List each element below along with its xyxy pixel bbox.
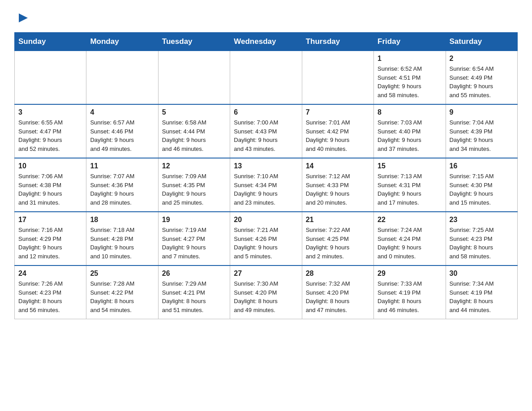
day-info: Sunrise: 7:15 AM Sunset: 4:30 PM Dayligh… (450, 172, 514, 207)
day-info: Sunrise: 7:28 AM Sunset: 4:22 PM Dayligh… (90, 279, 154, 314)
calendar-cell: 22Sunrise: 7:24 AM Sunset: 4:24 PM Dayli… (374, 212, 446, 265)
calendar-cell: 25Sunrise: 7:28 AM Sunset: 4:22 PM Dayli… (86, 265, 158, 319)
calendar-cell: 27Sunrise: 7:30 AM Sunset: 4:20 PM Dayli… (230, 265, 302, 319)
day-number: 1 (378, 55, 442, 63)
logo-triangle-icon (17, 12, 30, 24)
day-info: Sunrise: 7:25 AM Sunset: 4:23 PM Dayligh… (450, 226, 514, 261)
logo (14, 11, 30, 23)
day-info: Sunrise: 7:21 AM Sunset: 4:26 PM Dayligh… (234, 226, 298, 261)
day-info: Sunrise: 6:57 AM Sunset: 4:46 PM Dayligh… (90, 118, 154, 153)
day-number: 7 (306, 108, 370, 116)
day-number: 21 (306, 216, 370, 224)
calendar-cell: 4Sunrise: 6:57 AM Sunset: 4:46 PM Daylig… (86, 104, 158, 158)
day-number: 8 (378, 108, 442, 116)
weekday-header-tuesday: Tuesday (158, 33, 230, 51)
weekday-header-thursday: Thursday (302, 33, 373, 51)
calendar-cell: 17Sunrise: 7:16 AM Sunset: 4:29 PM Dayli… (15, 212, 86, 265)
calendar-cell (302, 51, 373, 105)
calendar-cell: 23Sunrise: 7:25 AM Sunset: 4:23 PM Dayli… (446, 212, 517, 265)
calendar-cell (15, 51, 86, 105)
day-info: Sunrise: 7:19 AM Sunset: 4:27 PM Dayligh… (162, 226, 226, 261)
calendar-cell: 2Sunrise: 6:54 AM Sunset: 4:49 PM Daylig… (446, 51, 517, 105)
calendar-cell: 3Sunrise: 6:55 AM Sunset: 4:47 PM Daylig… (15, 104, 86, 158)
day-number: 9 (450, 108, 514, 116)
calendar-cell: 11Sunrise: 7:07 AM Sunset: 4:36 PM Dayli… (86, 158, 158, 212)
calendar-cell: 26Sunrise: 7:29 AM Sunset: 4:21 PM Dayli… (158, 265, 230, 319)
calendar-cell: 29Sunrise: 7:33 AM Sunset: 4:19 PM Dayli… (374, 265, 446, 319)
day-number: 11 (90, 162, 154, 170)
day-info: Sunrise: 7:07 AM Sunset: 4:36 PM Dayligh… (90, 172, 154, 207)
day-info: Sunrise: 7:34 AM Sunset: 4:19 PM Dayligh… (450, 279, 514, 314)
weekday-header-sunday: Sunday (15, 33, 86, 51)
day-info: Sunrise: 7:10 AM Sunset: 4:34 PM Dayligh… (234, 172, 298, 207)
week-row-5: 24Sunrise: 7:26 AM Sunset: 4:23 PM Dayli… (15, 265, 518, 319)
day-info: Sunrise: 7:24 AM Sunset: 4:24 PM Dayligh… (378, 226, 442, 261)
calendar-cell: 21Sunrise: 7:22 AM Sunset: 4:25 PM Dayli… (302, 212, 373, 265)
calendar-cell: 9Sunrise: 7:04 AM Sunset: 4:39 PM Daylig… (446, 104, 517, 158)
day-info: Sunrise: 7:26 AM Sunset: 4:23 PM Dayligh… (18, 279, 82, 314)
day-info: Sunrise: 7:16 AM Sunset: 4:29 PM Dayligh… (18, 226, 82, 261)
week-row-3: 10Sunrise: 7:06 AM Sunset: 4:38 PM Dayli… (15, 158, 518, 212)
day-info: Sunrise: 6:58 AM Sunset: 4:44 PM Dayligh… (162, 118, 226, 153)
day-number: 14 (306, 162, 370, 170)
calendar-cell: 8Sunrise: 7:03 AM Sunset: 4:40 PM Daylig… (374, 104, 446, 158)
day-info: Sunrise: 7:22 AM Sunset: 4:25 PM Dayligh… (306, 226, 370, 261)
day-info: Sunrise: 7:12 AM Sunset: 4:33 PM Dayligh… (306, 172, 370, 207)
day-number: 5 (162, 108, 226, 116)
day-number: 20 (234, 216, 298, 224)
day-info: Sunrise: 7:32 AM Sunset: 4:20 PM Dayligh… (306, 279, 370, 314)
day-info: Sunrise: 7:00 AM Sunset: 4:43 PM Dayligh… (234, 118, 298, 153)
calendar-cell: 7Sunrise: 7:01 AM Sunset: 4:42 PM Daylig… (302, 104, 373, 158)
day-number: 6 (234, 108, 298, 116)
calendar-cell (230, 51, 302, 105)
svg-marker-0 (19, 13, 28, 22)
day-info: Sunrise: 7:09 AM Sunset: 4:35 PM Dayligh… (162, 172, 226, 207)
day-number: 18 (90, 216, 154, 224)
calendar-cell: 5Sunrise: 6:58 AM Sunset: 4:44 PM Daylig… (158, 104, 230, 158)
week-row-1: 1Sunrise: 6:52 AM Sunset: 4:51 PM Daylig… (15, 51, 518, 105)
day-number: 23 (450, 216, 514, 224)
day-info: Sunrise: 7:30 AM Sunset: 4:20 PM Dayligh… (234, 279, 298, 314)
calendar-cell: 24Sunrise: 7:26 AM Sunset: 4:23 PM Dayli… (15, 265, 86, 319)
day-info: Sunrise: 6:54 AM Sunset: 4:49 PM Dayligh… (450, 64, 514, 99)
day-info: Sunrise: 6:55 AM Sunset: 4:47 PM Dayligh… (18, 118, 82, 153)
week-row-2: 3Sunrise: 6:55 AM Sunset: 4:47 PM Daylig… (15, 104, 518, 158)
calendar-cell: 14Sunrise: 7:12 AM Sunset: 4:33 PM Dayli… (302, 158, 373, 212)
day-info: Sunrise: 7:04 AM Sunset: 4:39 PM Dayligh… (450, 118, 514, 153)
day-number: 19 (162, 216, 226, 224)
calendar-cell: 13Sunrise: 7:10 AM Sunset: 4:34 PM Dayli… (230, 158, 302, 212)
day-number: 30 (450, 270, 514, 278)
calendar-cell: 6Sunrise: 7:00 AM Sunset: 4:43 PM Daylig… (230, 104, 302, 158)
calendar-cell: 12Sunrise: 7:09 AM Sunset: 4:35 PM Dayli… (158, 158, 230, 212)
day-info: Sunrise: 7:06 AM Sunset: 4:38 PM Dayligh… (18, 172, 82, 207)
day-number: 2 (450, 55, 514, 63)
calendar-cell (86, 51, 158, 105)
day-number: 25 (90, 270, 154, 278)
day-number: 10 (18, 162, 82, 170)
week-row-4: 17Sunrise: 7:16 AM Sunset: 4:29 PM Dayli… (15, 212, 518, 265)
weekday-header-saturday: Saturday (446, 33, 517, 51)
day-number: 13 (234, 162, 298, 170)
day-number: 26 (162, 270, 226, 278)
day-info: Sunrise: 7:18 AM Sunset: 4:28 PM Dayligh… (90, 226, 154, 261)
weekday-header-monday: Monday (86, 33, 158, 51)
day-number: 4 (90, 108, 154, 116)
day-number: 17 (18, 216, 82, 224)
day-number: 22 (378, 216, 442, 224)
day-number: 3 (18, 108, 82, 116)
calendar-cell: 16Sunrise: 7:15 AM Sunset: 4:30 PM Dayli… (446, 158, 517, 212)
day-number: 24 (18, 270, 82, 278)
calendar-cell: 30Sunrise: 7:34 AM Sunset: 4:19 PM Dayli… (446, 265, 517, 319)
page-header (14, 11, 518, 23)
calendar-cell: 20Sunrise: 7:21 AM Sunset: 4:26 PM Dayli… (230, 212, 302, 265)
day-number: 15 (378, 162, 442, 170)
day-info: Sunrise: 7:33 AM Sunset: 4:19 PM Dayligh… (378, 279, 442, 314)
calendar-cell: 28Sunrise: 7:32 AM Sunset: 4:20 PM Dayli… (302, 265, 373, 319)
day-info: Sunrise: 7:13 AM Sunset: 4:31 PM Dayligh… (378, 172, 442, 207)
day-number: 12 (162, 162, 226, 170)
calendar-table: SundayMondayTuesdayWednesdayThursdayFrid… (14, 32, 518, 319)
calendar-cell: 18Sunrise: 7:18 AM Sunset: 4:28 PM Dayli… (86, 212, 158, 265)
calendar-cell: 10Sunrise: 7:06 AM Sunset: 4:38 PM Dayli… (15, 158, 86, 212)
day-number: 16 (450, 162, 514, 170)
calendar-cell: 15Sunrise: 7:13 AM Sunset: 4:31 PM Dayli… (374, 158, 446, 212)
